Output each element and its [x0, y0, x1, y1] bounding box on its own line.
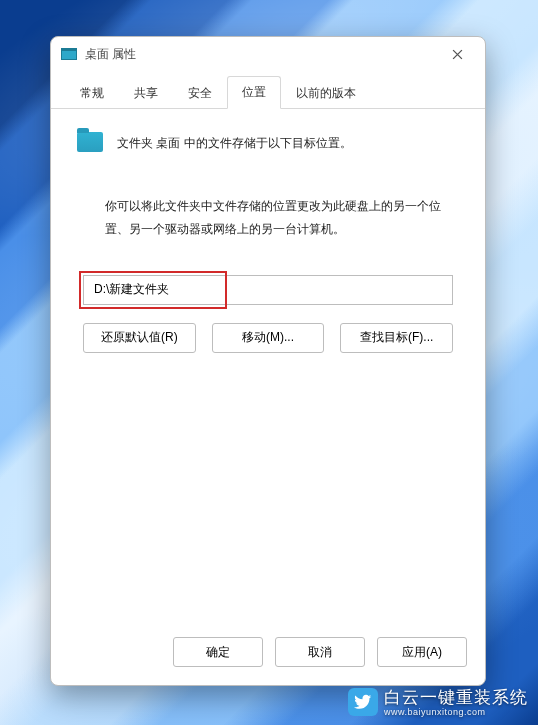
action-button-row: 还原默认值(R) 移动(M)... 查找目标(F)... [83, 323, 453, 353]
properties-dialog: 桌面 属性 常规 共享 安全 位置 以前的版本 文件夹 桌面 中的文件存储于以下… [50, 36, 486, 686]
watermark-logo-icon [348, 688, 378, 716]
tab-panel-location: 文件夹 桌面 中的文件存储于以下目标位置。 你可以将此文件夹中文件存储的位置更改… [51, 109, 485, 623]
tab-security[interactable]: 安全 [173, 77, 227, 109]
titlebar: 桌面 属性 [51, 37, 485, 71]
info-row: 文件夹 桌面 中的文件存储于以下目标位置。 [77, 131, 459, 153]
close-icon [452, 49, 463, 60]
close-button[interactable] [435, 40, 479, 68]
find-target-button[interactable]: 查找目标(F)... [340, 323, 453, 353]
tab-strip: 常规 共享 安全 位置 以前的版本 [51, 71, 485, 109]
dialog-footer: 确定 取消 应用(A) [51, 623, 485, 685]
watermark-text: 白云一键重装系统 www.baiyunxitong.com [384, 686, 528, 717]
path-field-wrap [83, 275, 453, 305]
watermark-url: www.baiyunxitong.com [384, 707, 528, 717]
apply-button[interactable]: 应用(A) [377, 637, 467, 667]
description-text: 你可以将此文件夹中文件存储的位置更改为此硬盘上的另一个位置、另一个驱动器或网络上… [77, 195, 459, 241]
folder-icon [77, 132, 103, 152]
tab-location[interactable]: 位置 [227, 76, 281, 109]
ok-button[interactable]: 确定 [173, 637, 263, 667]
watermark: 白云一键重装系统 www.baiyunxitong.com [348, 686, 528, 717]
location-path-input[interactable] [83, 275, 453, 305]
info-text: 文件夹 桌面 中的文件存储于以下目标位置。 [117, 131, 352, 153]
window-icon [61, 48, 77, 60]
move-button[interactable]: 移动(M)... [212, 323, 325, 353]
tab-sharing[interactable]: 共享 [119, 77, 173, 109]
cancel-button[interactable]: 取消 [275, 637, 365, 667]
watermark-brand: 白云一键重装系统 [384, 688, 528, 707]
tab-previous-versions[interactable]: 以前的版本 [281, 77, 371, 109]
tab-general[interactable]: 常规 [65, 77, 119, 109]
restore-defaults-button[interactable]: 还原默认值(R) [83, 323, 196, 353]
window-title: 桌面 属性 [85, 46, 435, 63]
